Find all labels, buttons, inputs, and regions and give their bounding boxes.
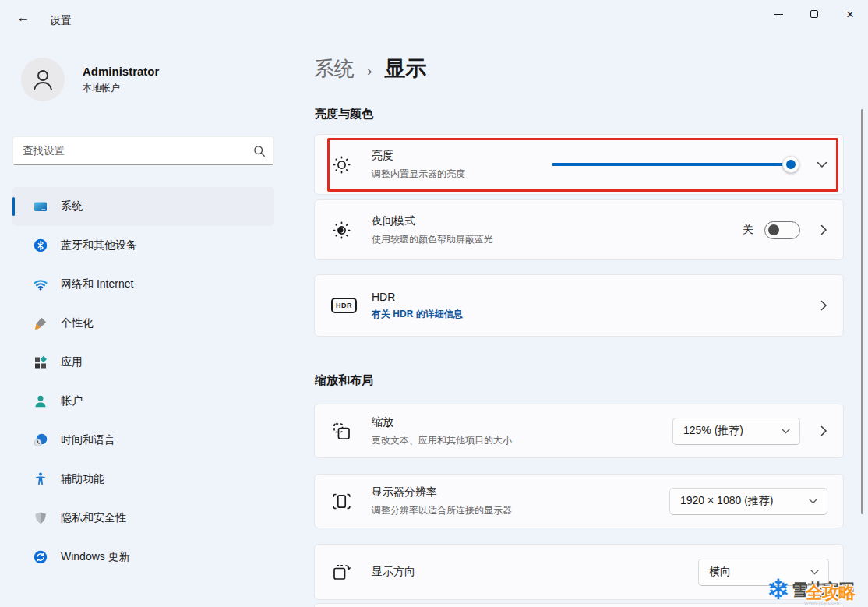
minimize-icon xyxy=(774,14,783,15)
brightness-subtitle: 调整内置显示器的亮度 xyxy=(372,168,465,181)
resolution-row: 显示器分辨率 调整分辨率以适合所连接的显示器 1920 × 1080 (推荐) xyxy=(314,474,844,528)
app-title: 设置 xyxy=(50,14,72,28)
hdr-info-link[interactable]: 有关 HDR 的详细信息 xyxy=(372,308,463,321)
close-icon: × xyxy=(846,8,854,21)
hdr-title: HDR xyxy=(372,291,463,303)
maximize-icon xyxy=(810,10,818,18)
chevron-right-icon xyxy=(820,224,827,235)
orientation-value: 横向 xyxy=(709,565,731,579)
avatar xyxy=(21,58,65,101)
search-input[interactable] xyxy=(23,145,253,157)
chevron-right-icon xyxy=(820,425,827,436)
slider-track[interactable] xyxy=(552,163,798,166)
watermark-snowflake-icon: ❄ xyxy=(767,576,790,604)
scale-subtitle: 更改文本、应用和其他项目的大小 xyxy=(372,434,512,447)
accounts-icon xyxy=(33,393,48,409)
night-light-chevron[interactable] xyxy=(820,224,827,235)
page-title: 显示 xyxy=(384,55,426,83)
toggle-knob xyxy=(768,224,779,235)
sidebar-item-accounts[interactable]: 帐户 xyxy=(12,382,274,421)
chevron-down-icon xyxy=(809,499,817,504)
brightness-slider[interactable] xyxy=(552,156,798,173)
scale-title: 缩放 xyxy=(372,415,512,429)
brightness-title: 亮度 xyxy=(372,149,465,163)
sidebar-nav: 系统 蓝牙和其他设备 网络和 Internet xyxy=(12,187,274,577)
scale-row[interactable]: 缩放 更改文本、应用和其他项目的大小 125% (推荐) xyxy=(314,404,844,458)
scale-dropdown[interactable]: 125% (推荐) xyxy=(672,418,800,445)
accessibility-icon xyxy=(33,471,48,487)
sidebar-item-windows-update[interactable]: Windows 更新 xyxy=(12,538,274,577)
resolution-title: 显示器分辨率 xyxy=(372,485,512,499)
sidebar-item-network-internet[interactable]: 网络和 Internet xyxy=(12,265,274,304)
apps-icon xyxy=(33,355,48,370)
night-light-subtitle: 使用较暖的颜色帮助屏蔽蓝光 xyxy=(372,233,493,246)
chevron-down-icon xyxy=(782,429,790,434)
sidebar-item-label: 时间和语言 xyxy=(61,433,115,447)
watermark: ❄ 雪花家园 全攻略 www.jcy.com xyxy=(767,573,868,607)
windows-update-icon xyxy=(33,549,48,565)
night-light-toggle[interactable] xyxy=(764,221,800,239)
user-profile[interactable]: Administrator 本地帐户 xyxy=(21,58,159,101)
night-light-state-label: 关 xyxy=(743,223,753,237)
window-controls: × xyxy=(760,0,868,28)
close-button[interactable]: × xyxy=(832,0,868,28)
resolution-subtitle: 调整分辨率以适合所连接的显示器 xyxy=(372,504,512,517)
sidebar-item-system[interactable]: 系统 xyxy=(12,187,274,226)
section-scale-layout: 缩放和布局 xyxy=(315,373,373,388)
sidebar-item-bluetooth-devices[interactable]: 蓝牙和其他设备 xyxy=(12,226,274,265)
sidebar-item-time-language[interactable]: 时间和语言 xyxy=(12,421,274,460)
selected-indicator xyxy=(12,197,15,216)
partial-next-row xyxy=(314,603,844,607)
sidebar-item-label: 辅助功能 xyxy=(61,472,104,486)
section-brightness-color: 亮度与颜色 xyxy=(315,107,373,122)
time-language-icon xyxy=(33,432,48,448)
minimize-button[interactable] xyxy=(760,0,796,28)
maximize-button[interactable] xyxy=(796,0,832,28)
sidebar-item-privacy-security[interactable]: 隐私和安全性 xyxy=(12,499,274,538)
sidebar-item-label: 蓝牙和其他设备 xyxy=(61,238,137,252)
profile-account-type: 本地帐户 xyxy=(83,82,159,95)
sidebar-item-label: 隐私和安全性 xyxy=(61,511,126,525)
back-button[interactable]: ← xyxy=(11,8,36,28)
sidebar-item-apps[interactable]: 应用 xyxy=(12,343,274,382)
personalization-icon xyxy=(33,316,48,331)
brightness-sun-icon xyxy=(331,154,358,175)
hdr-icon: HDR xyxy=(331,298,358,313)
resolution-dropdown[interactable]: 1920 × 1080 (推荐) xyxy=(669,488,827,515)
hdr-row[interactable]: HDR HDR 有关 HDR 的详细信息 xyxy=(314,274,844,337)
sidebar-item-label: Windows 更新 xyxy=(61,550,130,564)
scale-chevron[interactable] xyxy=(820,425,827,436)
orientation-title: 显示方向 xyxy=(372,565,415,579)
chevron-right-icon xyxy=(820,300,827,311)
hdr-chevron[interactable] xyxy=(820,300,827,311)
sidebar-item-label: 应用 xyxy=(61,355,83,369)
chevron-down-icon xyxy=(817,161,827,168)
breadcrumb-root[interactable]: 系统 xyxy=(314,55,355,83)
system-icon xyxy=(33,199,48,214)
sidebar-item-personalization[interactable]: 个性化 xyxy=(12,304,274,343)
night-light-icon xyxy=(331,220,358,241)
vertical-scrollbar[interactable] xyxy=(861,109,863,514)
watermark-url: www.jcy.com xyxy=(804,599,840,606)
breadcrumb: 系统 › 显示 xyxy=(314,55,426,83)
orientation-icon xyxy=(331,562,358,583)
brightness-slider-thumb[interactable] xyxy=(782,156,799,173)
profile-name: Administrator xyxy=(83,65,159,78)
brightness-row: 亮度 调整内置显示器的亮度 xyxy=(314,134,844,195)
resolution-value: 1920 × 1080 (推荐) xyxy=(680,494,773,508)
sidebar-item-accessibility[interactable]: 辅助功能 xyxy=(12,460,274,499)
sidebar-item-label: 帐户 xyxy=(61,394,83,408)
search-box[interactable] xyxy=(12,136,274,165)
brightness-slider-fill xyxy=(552,163,791,166)
sidebar-item-label: 网络和 Internet xyxy=(61,277,133,291)
sidebar-item-label: 个性化 xyxy=(61,316,94,330)
brightness-expand-button[interactable] xyxy=(817,161,827,168)
person-icon xyxy=(30,66,56,93)
back-arrow-icon: ← xyxy=(17,10,30,26)
night-light-row[interactable]: 夜间模式 使用较暖的颜色帮助屏蔽蓝光 关 xyxy=(314,199,844,260)
privacy-shield-icon xyxy=(33,510,48,526)
sidebar-item-label: 系统 xyxy=(61,199,83,214)
scale-icon xyxy=(331,421,358,442)
scale-value: 125% (推荐) xyxy=(683,424,743,438)
titlebar: ← 设置 × xyxy=(0,0,868,34)
